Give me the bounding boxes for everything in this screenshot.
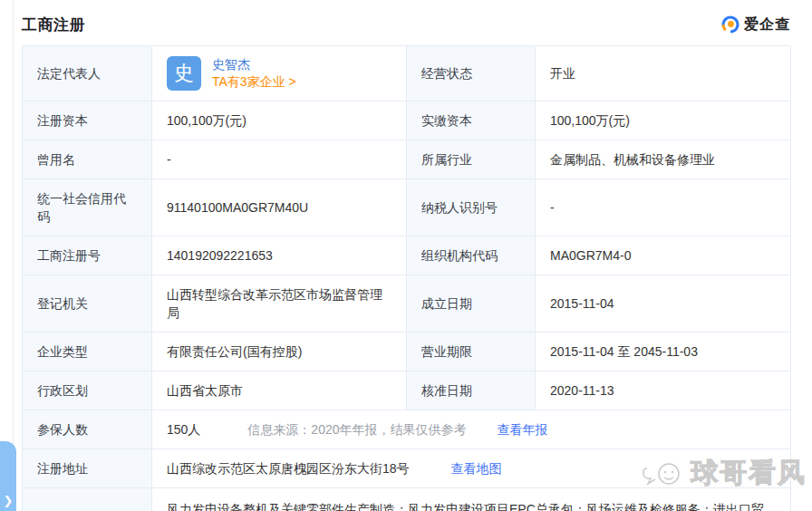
label-business-term: 营业期限 [407,333,536,371]
value-registered-capital: 100,100万(元) [152,101,407,140]
table-row: 法定代表人 史 史智杰 TA有3家企业 > 经营状态 开业 [23,46,791,101]
business-registration-table: 法定代表人 史 史智杰 TA有3家企业 > 经营状态 开业 注册资本 100,1… [22,45,791,511]
table-row: 登记机关 山西转型综合改革示范区市场监督管理局 成立日期 2015-11-04 [23,275,791,333]
value-approval-date: 2020-11-13 [536,371,791,410]
sidebar-expand-tab[interactable]: ❯ [0,441,16,511]
chevron-right-icon: ❯ [4,494,14,507]
value-establishment-date: 2015-11-04 [536,275,791,333]
value-former-name: - [152,140,407,179]
label-taxpayer-id: 纳税人识别号 [407,179,536,236]
label-insured-persons: 参保人数 [23,410,152,449]
label-unified-social-credit-code: 统一社会信用代码 [23,179,152,236]
insured-source-note: 信息来源：2020年年报，结果仅供参考 [247,420,466,439]
avatar[interactable]: 史 [167,56,201,91]
header: 工商注册 爱企查 [22,13,790,36]
aiqicha-logo-icon [720,14,740,34]
table-row: 注册资本 100,100万(元) 实缴资本 100,100万(元) [23,101,791,140]
label-registration-authority: 登记机关 [23,275,152,333]
label-approval-date: 核准日期 [407,371,536,410]
insured-persons-count: 150人 [167,420,200,439]
table-row: 工商注册号 140192092221653 组织机构代码 MA0GR7M4-0 [23,236,791,275]
registered-address-text: 山西综改示范区太原唐槐园区汾东大街18号 [167,459,410,477]
value-administrative-division: 山西省太原市 [152,371,407,410]
value-operating-status: 开业 [536,46,791,101]
aiqicha-logo-text: 爱企查 [744,15,790,34]
legal-representative-cell: 史 史智杰 TA有3家企业 > [152,46,407,101]
value-taxpayer-id: - [536,179,791,236]
legal-representative-name-link[interactable]: 史智杰 [212,57,296,72]
value-organization-code: MA0GR7M4-0 [536,236,791,275]
label-enterprise-type: 企业类型 [23,333,152,371]
business-scope-cell: 风力发电设备整机及关键零部件生产制造；风力发电建设项目EPC总承包；风场运维及检… [152,488,791,511]
business-scope-text: 风力发电设备整机及关键零部件生产制造；风力发电建设项目EPC总承包；风场运维及检… [167,498,776,511]
value-enterprise-type: 有限责任公司(国有控股) [152,333,407,371]
related-companies-link[interactable]: TA有3家企业 > [212,74,296,90]
insured-persons-cell: 150人 信息来源：2020年年报，结果仅供参考 查看年报 [152,410,791,449]
registered-address-cell: 山西综改示范区太原唐槐园区汾东大街18号 查看地图 [152,449,791,488]
label-registered-address: 注册地址 [23,449,152,488]
label-organization-code: 组织机构代码 [407,236,536,275]
value-registration-authority: 山西转型综合改革示范区市场监督管理局 [152,275,407,333]
value-business-term: 2015-11-04 至 2045-11-03 [536,333,791,371]
label-legal-representative: 法定代表人 [23,46,152,101]
aiqicha-logo[interactable]: 爱企查 [720,14,790,34]
value-unified-social-credit-code: 91140100MA0GR7M40U [152,179,407,236]
table-row: 曾用名 - 所属行业 金属制品、机械和设备修理业 [23,140,791,179]
label-establishment-date: 成立日期 [407,275,536,333]
label-registered-capital: 注册资本 [23,101,152,140]
page-left-divider [13,0,14,511]
value-registration-number: 140192092221653 [152,236,407,275]
table-row: 参保人数 150人 信息来源：2020年年报，结果仅供参考 查看年报 [23,410,791,449]
table-row: 注册地址 山西综改示范区太原唐槐园区汾东大街18号 查看地图 [23,449,791,488]
label-registration-number: 工商注册号 [23,236,152,275]
label-business-scope: 经营范围 [23,488,152,511]
page-title: 工商注册 [22,14,85,35]
label-paid-in-capital: 实缴资本 [407,101,536,140]
value-industry: 金属制品、机械和设备修理业 [536,140,791,179]
table-row: 企业类型 有限责任公司(国有控股) 营业期限 2015-11-04 至 2045… [23,333,791,371]
view-map-link[interactable]: 查看地图 [451,459,502,477]
label-operating-status: 经营状态 [407,46,536,101]
table-row: 经营范围 风力发电设备整机及关键零部件生产制造；风力发电建设项目EPC总承包；风… [23,488,791,511]
table-row: 行政区划 山西省太原市 核准日期 2020-11-13 [23,371,791,410]
label-administrative-division: 行政区划 [23,371,152,410]
label-industry: 所属行业 [407,140,536,179]
view-annual-report-link[interactable]: 查看年报 [498,420,548,439]
label-former-name: 曾用名 [23,140,152,179]
value-paid-in-capital: 100,100万(元) [536,101,791,140]
table-row: 统一社会信用代码 91140100MA0GR7M40U 纳税人识别号 - [23,179,791,236]
